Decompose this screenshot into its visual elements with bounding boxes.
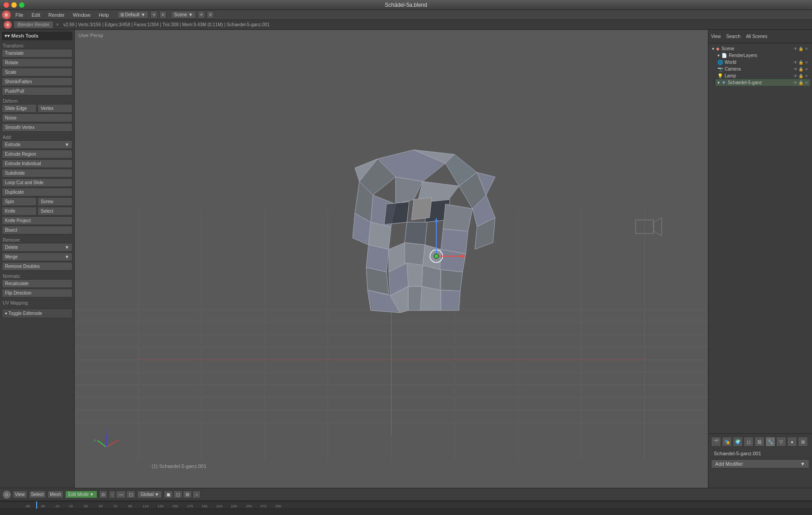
remove-scene-btn[interactable]: ×	[207, 11, 214, 19]
loop-cut-slide-btn[interactable]: Loop Cut and Slide	[2, 178, 72, 187]
smooth-vertex-btn[interactable]: Smooth Vertex	[2, 123, 72, 132]
vertex-btn[interactable]: Vertex	[38, 104, 72, 113]
remove-screen-btn[interactable]: ×	[159, 11, 167, 19]
face-mode-btn[interactable]: ◻	[126, 491, 135, 498]
props-constraint-btn[interactable]: ⛓	[755, 437, 764, 447]
transform-orientation-selector[interactable]: Global▼	[137, 491, 162, 498]
merge-btn[interactable]: Merge▼	[2, 253, 72, 261]
lamp-item[interactable]: 💡 Lamp 👁 🔒 ✕	[716, 72, 810, 79]
scene-tree: ▾ ◆ Scene 👁 🔒 ✕ ▾ 📄 RenderLayers 🌐 World…	[708, 43, 812, 434]
window-controls	[4, 2, 24, 8]
wire-mode-btn[interactable]: ◻	[173, 491, 182, 498]
menu-window[interactable]: Window	[69, 11, 94, 19]
svg-marker-31	[411, 197, 432, 220]
timeline: -50 -30 -10 10 30 50 70 90 110 130 150 1…	[0, 501, 812, 515]
render-mode-btn[interactable]: ○	[192, 491, 201, 498]
props-world-btn[interactable]: 🌍	[733, 437, 743, 447]
close-button[interactable]	[4, 2, 9, 8]
menu-edit[interactable]: Edit	[28, 11, 44, 19]
slide-edge-btn[interactable]: Slide Edge	[2, 104, 37, 113]
scale-btn[interactable]: Scale	[2, 68, 72, 76]
knife-btn[interactable]: Knife	[2, 207, 37, 215]
search-btn[interactable]: Search	[726, 34, 741, 39]
flip-direction-btn[interactable]: Flip Direction	[2, 289, 72, 297]
normals-label: Normals:	[2, 272, 72, 279]
blender-icon[interactable]: B	[2, 10, 11, 19]
edge-mode-btn[interactable]: —	[116, 491, 126, 498]
props-scene-btn[interactable]: 🎭	[722, 437, 732, 447]
camera-label: Camera	[725, 67, 741, 72]
view-btn[interactable]: View	[711, 34, 721, 39]
view-menu-btn[interactable]: View	[13, 491, 27, 498]
extrude-region-btn[interactable]: Extrude Region	[2, 150, 72, 158]
all-scenes-btn[interactable]: All Scenes	[746, 34, 767, 39]
svg-marker-45	[441, 270, 463, 291]
select-mode-btns: · — ◻	[109, 491, 136, 498]
props-object-btn[interactable]: ◻	[744, 437, 754, 447]
skull-item[interactable]: ▾ ▼ Schaedel-5-ganz 👁 🔒 ✕	[716, 79, 810, 86]
select-menu-btn[interactable]: Select	[29, 491, 46, 498]
add-modifier-btn[interactable]: Add Modifier ▼	[711, 459, 809, 468]
knife-project-btn[interactable]: Knife Project	[2, 216, 72, 225]
engine-selector[interactable]: Blender Render	[14, 21, 53, 29]
timeline-scrub-area[interactable]	[0, 509, 812, 515]
scene-item[interactable]: ▾ ◆ Scene 👁 🔒 ✕	[710, 45, 810, 52]
svg-marker-36	[366, 245, 389, 272]
props-texture-btn[interactable]: ⊞	[798, 437, 808, 447]
svg-text:70: 70	[113, 504, 117, 508]
maximize-button[interactable]	[19, 2, 24, 8]
add-scene-btn[interactable]: +	[198, 11, 205, 19]
viewport-mode-icon[interactable]: ⊙	[3, 491, 11, 499]
mesh-tools-title: ▾ ▾ Mesh Tools	[2, 32, 72, 40]
shrink-fatten-btn[interactable]: Shrink/Fatten	[2, 77, 72, 86]
proportional-edit-btn[interactable]: ⊙	[99, 491, 107, 498]
toggle-editmode-btn[interactable]: ▾ Toggle Editmode	[2, 309, 72, 318]
scene-selector[interactable]: Scene▼	[171, 11, 196, 19]
edit-mode-selector[interactable]: Edit Mode▼	[65, 491, 97, 498]
menu-render[interactable]: Render	[45, 11, 68, 19]
render-layers-item[interactable]: ▾ 📄 RenderLayers	[716, 52, 810, 59]
vertex-mode-btn[interactable]: ·	[109, 491, 116, 498]
texture-mode-btn[interactable]: ⊞	[183, 491, 192, 498]
push-pull-btn[interactable]: Push/Pull	[2, 87, 72, 95]
props-render-btn[interactable]: 🎬	[711, 437, 721, 447]
rotate-btn[interactable]: Rotate	[2, 58, 72, 67]
svg-text:90: 90	[128, 504, 132, 508]
add-screen-btn[interactable]: +	[150, 11, 158, 19]
props-data-btn[interactable]: ▽	[776, 437, 786, 447]
world-item[interactable]: 🌐 World 👁 🔒 ✕	[716, 59, 810, 66]
skull-label: Schaedel-5-ganz	[728, 80, 762, 85]
svg-text:Z: Z	[105, 428, 107, 432]
extrude-btn[interactable]: Extrude▼	[2, 140, 72, 149]
menu-help[interactable]: Help	[95, 11, 113, 19]
screen-layout-btn[interactable]: ⊞ Default ▼	[117, 11, 149, 19]
svg-text:230: 230	[231, 504, 237, 508]
skull-icon: ▼	[721, 80, 726, 85]
duplicate-btn[interactable]: Duplicate	[2, 188, 72, 196]
svg-text:130: 130	[158, 504, 164, 508]
viewport-shading-btns: ◼ ◻ ⊞ ○	[164, 491, 201, 498]
noise-btn[interactable]: Noise	[2, 114, 72, 122]
viewport[interactable]: User Persp	[75, 30, 708, 488]
extrude-individual-btn[interactable]: Extrude Individual	[2, 159, 72, 168]
subdivide-btn[interactable]: Subdivide	[2, 169, 72, 177]
solid-mode-btn[interactable]: ◼	[164, 491, 173, 498]
props-modifier-btn[interactable]: 🔧	[765, 437, 775, 447]
recalculate-btn[interactable]: Recalculate	[2, 279, 72, 288]
bisect-btn[interactable]: Bisect	[2, 226, 72, 234]
menu-file[interactable]: File	[12, 11, 27, 19]
spin-btn[interactable]: Spin	[2, 197, 37, 206]
delete-btn[interactable]: Delete▼	[2, 243, 72, 252]
select-btn[interactable]: Select	[38, 207, 72, 215]
screw-btn[interactable]: Screw	[38, 197, 72, 206]
scene-icon: ◆	[716, 46, 720, 51]
minimize-button[interactable]	[11, 2, 17, 8]
translate-btn[interactable]: Translate	[2, 49, 72, 57]
engine-settings-btn[interactable]: ▼	[55, 22, 60, 27]
timeline-ruler: -50 -30 -10 10 30 50 70 90 110 130 150 1…	[0, 501, 812, 509]
mesh-menu-btn[interactable]: Mesh	[48, 491, 63, 498]
props-material-btn[interactable]: ●	[787, 437, 797, 447]
camera-item[interactable]: 📷 Camera 👁 🔒 ✕	[716, 66, 810, 72]
remove-doubles-btn[interactable]: Remove Doubles	[2, 262, 72, 271]
svg-marker-50	[441, 290, 460, 310]
